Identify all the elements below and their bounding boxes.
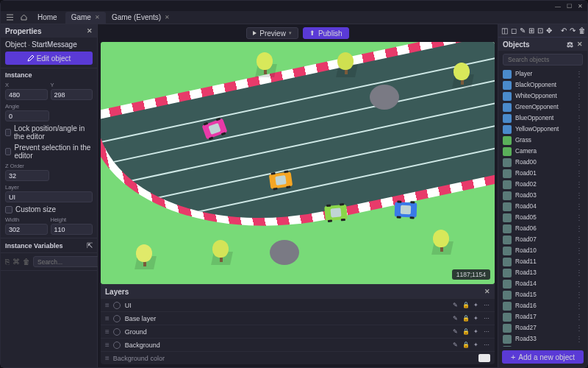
angle-input[interactable] (5, 110, 49, 121)
object-row[interactable]: Road10⋮ (498, 245, 587, 256)
object-menu-icon[interactable]: ⋮ (576, 180, 583, 188)
zorder-input[interactable] (5, 170, 49, 181)
object-row[interactable]: Road17⋮ (498, 311, 587, 322)
add-object-button[interactable]: +Add a new object (502, 350, 584, 364)
fx-icon[interactable]: ✦ (472, 328, 480, 336)
drag-handle-icon[interactable]: ≡ (105, 301, 109, 309)
minimize-button[interactable]: — (555, 3, 561, 10)
custom-size-checkbox[interactable]: Custom size (5, 205, 93, 213)
lock-icon[interactable]: 🔒 (462, 341, 470, 349)
undo-icon[interactable]: ↶ (561, 26, 567, 36)
fx-icon[interactable]: ✦ (472, 314, 480, 322)
fx-icon[interactable]: ✦ (472, 301, 480, 309)
close-icon[interactable]: ✕ (484, 288, 490, 295)
grid-icon[interactable]: ⊞ (528, 26, 534, 36)
object-menu-icon[interactable]: ⋮ (576, 313, 583, 321)
edit-icon[interactable]: ✎ (451, 341, 459, 349)
more-icon[interactable]: ⋯ (482, 328, 490, 336)
object-row[interactable]: Road05⋮ (498, 212, 587, 223)
object-menu-icon[interactable]: ⋮ (576, 70, 583, 78)
object-menu-icon[interactable]: ⋮ (576, 191, 583, 199)
more-icon[interactable]: ⋯ (482, 341, 490, 349)
menu-icon[interactable] (4, 13, 15, 23)
x-input[interactable] (5, 89, 48, 100)
edit-icon[interactable]: ✎ (451, 314, 459, 322)
lock-checkbox[interactable]: Lock position/angle in the editor (5, 124, 93, 141)
object-menu-icon[interactable]: ⋮ (576, 136, 583, 144)
object-row[interactable]: Grass⋮ (498, 135, 587, 146)
y-input[interactable] (51, 89, 93, 100)
tab-game-events-[interactable]: Game (Events)✕ (106, 12, 176, 24)
object-row[interactable]: Road00⋮ (498, 157, 587, 168)
delete-icon[interactable]: 🗑 (23, 258, 30, 266)
object-menu-icon[interactable]: ⋮ (576, 224, 583, 233)
height-input[interactable] (51, 224, 93, 235)
visibility-icon[interactable] (113, 328, 121, 336)
object-row[interactable]: Road14⋮ (498, 278, 587, 289)
object-list[interactable]: Player⋮BlackOpponent⋮WhiteOpponent⋮Green… (498, 68, 587, 347)
snap-icon[interactable]: ⊡ (537, 26, 543, 36)
layer-row[interactable]: ≡Background✎🔒✦⋯ (101, 338, 495, 351)
edit-icon[interactable]: ✎ (520, 26, 526, 36)
scene-viewport[interactable]: 1187;1154 (101, 42, 495, 284)
object-row[interactable]: GreenOpponent⋮ (498, 102, 587, 113)
width-input[interactable] (5, 224, 48, 235)
close-icon[interactable]: ✕ (577, 40, 583, 49)
object-row[interactable]: Road27⋮ (498, 322, 587, 333)
object-menu-icon[interactable]: ⋮ (576, 335, 583, 343)
close-button[interactable]: ✕ (578, 3, 583, 10)
edit-icon[interactable]: ✎ (451, 328, 459, 336)
close-tab-icon[interactable]: ✕ (95, 14, 100, 21)
object-row[interactable]: BlueOpponent⋮ (498, 113, 587, 124)
close-icon[interactable]: ✕ (87, 27, 93, 35)
object-menu-icon[interactable]: ⋮ (576, 269, 583, 277)
object-menu-icon[interactable]: ⋮ (576, 258, 583, 266)
visibility-icon[interactable] (113, 315, 121, 322)
object-row[interactable]: WhiteOpponent⋮ (498, 91, 587, 102)
fx-icon[interactable]: ✦ (472, 341, 480, 349)
tab-home[interactable]: Home (32, 12, 63, 24)
object-row[interactable]: YellowOpponent⋮ (498, 124, 587, 135)
layer-row[interactable]: ≡UI✎🔒✦⋯ (101, 298, 495, 311)
close-tab-icon[interactable]: ✕ (165, 14, 170, 21)
object-menu-icon[interactable]: ⋮ (576, 213, 583, 222)
object-row[interactable]: Road16⋮ (498, 300, 587, 311)
object-row[interactable]: Road01⋮ (498, 168, 587, 179)
prevent-selection-checkbox[interactable]: Prevent selection in the editor (5, 144, 93, 160)
object-row[interactable]: Road04⋮ (498, 201, 587, 212)
object-menu-icon[interactable]: ⋮ (576, 202, 583, 210)
object-row[interactable]: Road11⋮ (498, 256, 587, 267)
layer-row[interactable]: ≡Base layer✎🔒✦⋯ (101, 311, 495, 325)
drag-handle-icon[interactable]: ≡ (105, 328, 109, 336)
copy-icon[interactable]: ⎘ (5, 258, 10, 266)
object-menu-icon[interactable]: ⋮ (576, 114, 583, 122)
visibility-icon[interactable] (113, 302, 121, 309)
object-row[interactable]: Road02⋮ (498, 179, 587, 190)
object-menu-icon[interactable]: ⋮ (576, 158, 583, 166)
redo-icon[interactable]: ↷ (570, 26, 576, 36)
edit-object-button[interactable]: Edit object (5, 52, 93, 65)
move-icon[interactable]: ✥ (546, 26, 552, 36)
filter-icon[interactable]: ⚖ (567, 40, 573, 49)
camera-icon[interactable]: ◻ (511, 26, 517, 36)
maximize-button[interactable]: ☐ (567, 3, 572, 10)
object-row[interactable]: BlackOpponent⋮ (498, 79, 587, 91)
bgcolor-swatch[interactable] (478, 354, 490, 362)
publish-button[interactable]: ⬆Publish (303, 27, 349, 39)
lock-icon[interactable]: 🔒 (462, 301, 470, 309)
object-menu-icon[interactable]: ⋮ (576, 302, 583, 310)
more-icon[interactable]: ⋯ (482, 314, 490, 322)
car-sprite[interactable] (269, 171, 293, 189)
object-menu-icon[interactable]: ⋮ (576, 92, 583, 100)
visibility-icon[interactable] (113, 342, 121, 349)
object-menu-icon[interactable]: ⋮ (576, 147, 583, 155)
preview-button[interactable]: Preview▾ (246, 27, 298, 39)
open-external-icon[interactable]: ⇱ (87, 241, 93, 250)
cube-icon[interactable]: ◫ (501, 26, 508, 36)
object-row[interactable]: Camera⋮ (498, 146, 587, 157)
layer-row[interactable]: ≡Ground✎🔒✦⋯ (101, 325, 495, 338)
object-row[interactable]: Road07⋮ (498, 234, 587, 245)
drag-handle-icon[interactable]: ≡ (105, 341, 109, 349)
link-icon[interactable]: ⌘ (12, 258, 20, 266)
object-menu-icon[interactable]: ⋮ (576, 324, 583, 332)
